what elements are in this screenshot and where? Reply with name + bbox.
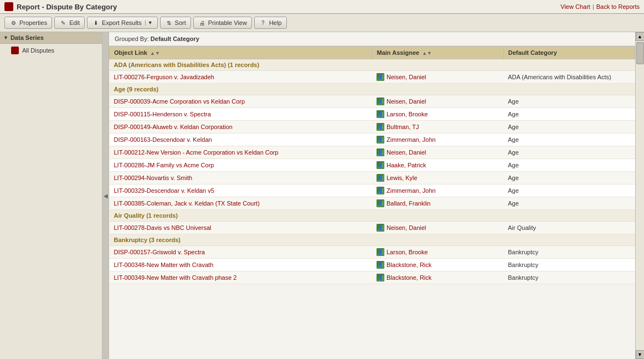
- export-button[interactable]: ⬇ Export Results ▼: [87, 17, 157, 29]
- col-object-link-label: Object Link: [114, 49, 147, 56]
- table-header-row: Object Link ▲▼ Main Assignee ▲▼ Default …: [110, 47, 635, 59]
- assignee-link[interactable]: Bultman, TJ: [387, 124, 419, 130]
- properties-button[interactable]: ⚙ Properties: [4, 17, 52, 29]
- toolbar: ⚙ Properties ✎ Edit ⬇ Export Results ▼ ⇅…: [0, 14, 644, 32]
- report-icon: [4, 2, 13, 11]
- edit-button[interactable]: ✎ Edit: [54, 17, 85, 29]
- assignee-cell: 👤Lewis, Kyle: [372, 172, 503, 184]
- sort-icon: ⇅: [165, 19, 173, 27]
- assignee-icon: 👤: [377, 261, 384, 269]
- print-icon: 🖨: [198, 19, 206, 27]
- object-link-cell: DISP-000115-Henderson v. Spectra: [110, 108, 373, 121]
- object-link-cell: LIT-000276-Ferguson v. Javadizadeh: [110, 71, 373, 84]
- data-series-header[interactable]: ▼ Data Series: [0, 32, 102, 44]
- col-object-link[interactable]: Object Link ▲▼: [110, 47, 373, 59]
- object-link[interactable]: LIT-000278-Davis vs NBC Universal: [114, 224, 212, 231]
- col-main-assignee-sort: ▲▼: [422, 50, 432, 56]
- object-link-cell: DISP-000157-Griswold v. Spectra: [110, 246, 373, 259]
- assignee-link[interactable]: Lewis, Kyle: [387, 175, 418, 181]
- category-cell: Age: [503, 95, 635, 108]
- assignee-link[interactable]: Neisen, Daniel: [387, 224, 426, 231]
- col-main-assignee-label: Main Assignee: [377, 49, 420, 56]
- object-link[interactable]: LIT-000212-New Version - Acme Corporatio…: [114, 149, 279, 156]
- title-bar-right: View Chart | Back to Reports: [560, 3, 640, 10]
- results-table: Object Link ▲▼ Main Assignee ▲▼ Default …: [109, 46, 635, 284]
- help-button[interactable]: ? Help: [254, 17, 287, 29]
- sidebar: ▼ Data Series All Disputes: [0, 32, 102, 359]
- col-default-category: Default Category: [503, 47, 635, 59]
- object-link[interactable]: LIT-000385-Coleman, Jack v. Keldan (TX S…: [114, 200, 260, 207]
- assignee-link[interactable]: Zimmerman, John: [387, 187, 436, 194]
- grouped-by-label: Grouped By:: [115, 35, 151, 42]
- back-reports-link[interactable]: Back to Reports: [596, 3, 640, 10]
- table-row: LIT-000286-JM Family vs Acme Corp👤Haake,…: [110, 159, 635, 172]
- assignee-link[interactable]: Neisen, Daniel: [387, 74, 426, 80]
- sort-button[interactable]: ⇅ Sort: [160, 17, 191, 29]
- object-link[interactable]: LIT-000349-New Matter with Cravath phase…: [114, 274, 237, 281]
- view-chart-link[interactable]: View Chart: [560, 3, 590, 10]
- assignee-icon: 👤: [377, 187, 384, 194]
- assignee-link[interactable]: Larson, Brooke: [387, 111, 428, 117]
- object-link-cell: LIT-000349-New Matter with Cravath phase…: [110, 271, 373, 284]
- collapse-chevron: ◀: [104, 193, 108, 199]
- col-object-link-sort: ▲▼: [150, 50, 160, 56]
- category-cell: Age: [503, 134, 635, 146]
- sidebar-item-all-disputes[interactable]: All Disputes: [0, 44, 102, 57]
- assignee-cell: 👤Haake, Patrick: [372, 159, 503, 172]
- object-link[interactable]: LIT-000329-Descendoar v. Keldan v5: [114, 187, 214, 194]
- assignee-link[interactable]: Larson, Brooke: [387, 249, 428, 255]
- properties-icon: ⚙: [9, 19, 17, 27]
- object-link[interactable]: LIT-000294-Novartis v. Smith: [114, 175, 193, 181]
- col-main-assignee[interactable]: Main Assignee ▲▼: [372, 47, 503, 59]
- object-link[interactable]: LIT-000348-New Matter with Cravath: [114, 261, 214, 268]
- object-link[interactable]: DISP-000163-Descendoar v. Keldan: [114, 136, 212, 143]
- assignee-link[interactable]: Blackstone, Rick: [387, 261, 431, 268]
- table-wrapper[interactable]: Object Link ▲▼ Main Assignee ▲▼ Default …: [109, 46, 635, 359]
- object-link-cell: LIT-000278-Davis vs NBC Universal: [110, 222, 373, 234]
- object-link[interactable]: DISP-000149-Aluweb v. Keldan Corporation: [114, 124, 233, 130]
- export-dropdown-arrow[interactable]: ▼: [145, 20, 153, 25]
- assignee-link[interactable]: Neisen, Daniel: [387, 149, 426, 156]
- object-link-cell: LIT-000294-Novartis v. Smith: [110, 172, 373, 184]
- table-row: DISP-000149-Aluweb v. Keldan Corporation…: [110, 121, 635, 134]
- record-count: (1 records): [146, 212, 178, 219]
- object-link[interactable]: LIT-000276-Ferguson v. Javadizadeh: [114, 74, 214, 80]
- object-link-cell: DISP-000163-Descendoar v. Keldan: [110, 134, 373, 146]
- assignee-icon: 👤: [377, 73, 384, 81]
- category-cell: Air Quality: [503, 222, 635, 234]
- object-link[interactable]: LIT-000286-JM Family vs Acme Corp: [114, 162, 214, 168]
- scrollbar[interactable]: ▲ ▼: [635, 32, 644, 359]
- scroll-up-btn[interactable]: ▲: [636, 32, 645, 41]
- export-label: Export Results: [102, 19, 142, 26]
- table-body: ADA (Americans with Disabilities Acts) (…: [110, 59, 635, 284]
- assignee-link[interactable]: Ballard, Franklin: [387, 200, 430, 207]
- assignee-link[interactable]: Neisen, Daniel: [387, 98, 426, 105]
- table-row: DISP-000157-Griswold v. Spectra👤Larson, …: [110, 246, 635, 259]
- sidebar-collapse-handle[interactable]: ◀: [102, 32, 109, 359]
- category-header-row: Bankruptcy (3 records): [110, 234, 635, 246]
- object-link[interactable]: DISP-000157-Griswold v. Spectra: [114, 249, 205, 255]
- assignee-cell: 👤Blackstone, Rick: [372, 259, 503, 271]
- object-link-cell: DISP-000039-Acme Corporation vs Keldan C…: [110, 95, 373, 108]
- assignee-link[interactable]: Zimmerman, John: [387, 136, 436, 143]
- assignee-icon: 👤: [377, 224, 384, 232]
- category-header-cell: Age (9 records): [110, 84, 635, 95]
- scroll-down-btn[interactable]: ▼: [636, 350, 645, 359]
- assignee-cell: 👤Neisen, Daniel: [372, 95, 503, 108]
- category-cell: Bankruptcy: [503, 271, 635, 284]
- assignee-link[interactable]: Blackstone, Rick: [387, 274, 431, 281]
- assignee-cell: 👤Zimmerman, John: [372, 134, 503, 146]
- grouped-by-value: Default Category: [151, 35, 199, 42]
- printable-view-button[interactable]: 🖨 Printable View: [193, 17, 252, 29]
- scroll-thumb[interactable]: [636, 42, 644, 64]
- assignee-link[interactable]: Haake, Patrick: [387, 162, 426, 168]
- object-link[interactable]: DISP-000039-Acme Corporation vs Keldan C…: [114, 98, 245, 105]
- object-link[interactable]: DISP-000115-Henderson v. Spectra: [114, 111, 211, 117]
- scroll-track[interactable]: [636, 41, 645, 350]
- category-header-cell: Air Quality (1 records): [110, 210, 635, 222]
- table-row: LIT-000385-Coleman, Jack v. Keldan (TX S…: [110, 197, 635, 210]
- assignee-icon: 👤: [377, 136, 384, 143]
- table-row: DISP-000163-Descendoar v. Keldan👤Zimmerm…: [110, 134, 635, 146]
- assignee-cell: 👤Neisen, Daniel: [372, 146, 503, 159]
- assignee-cell: 👤Bultman, TJ: [372, 121, 503, 134]
